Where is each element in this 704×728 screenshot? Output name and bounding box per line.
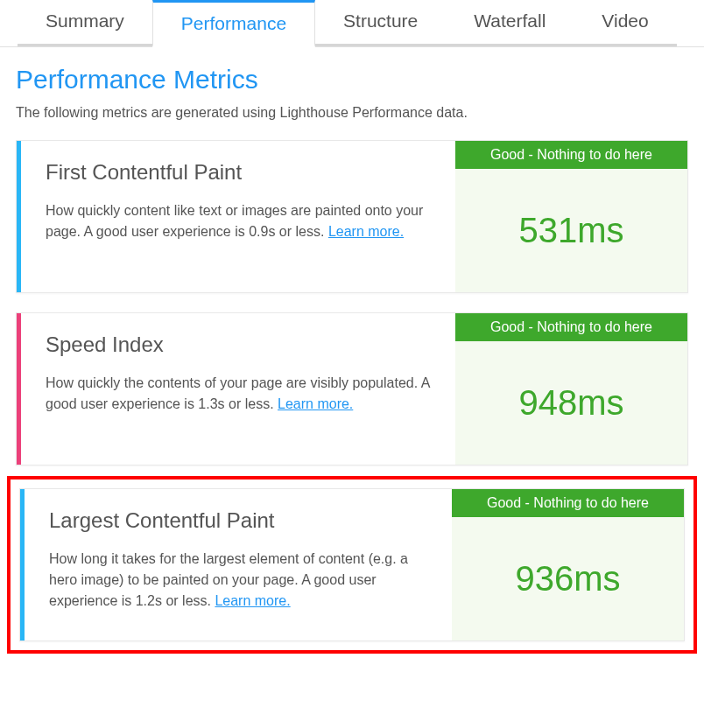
metric-title: Speed Index	[46, 332, 431, 357]
metric-card-lcp: Largest Contentful Paint How long it tak…	[19, 488, 685, 641]
tab-summary[interactable]: Summary	[18, 0, 152, 46]
metric-title: Largest Contentful Paint	[49, 508, 427, 533]
metric-card-speed-index: Speed Index How quickly the contents of …	[16, 312, 688, 466]
tab-bar: Summary Performance Structure Waterfall …	[0, 0, 704, 47]
metric-description: How quickly the contents of your page ar…	[46, 373, 431, 415]
metric-result: Good - Nothing to do here 948ms	[455, 313, 687, 465]
learn-more-link[interactable]: Learn more.	[278, 396, 353, 411]
metric-value: 936ms	[452, 517, 684, 640]
page-subtitle: The following metrics are generated usin…	[16, 105, 688, 121]
metric-result: Good - Nothing to do here 936ms	[452, 489, 684, 640]
highlight-annotation: Largest Contentful Paint How long it tak…	[7, 476, 697, 654]
metric-info: Largest Contentful Paint How long it tak…	[20, 489, 452, 640]
metric-result: Good - Nothing to do here 531ms	[455, 141, 687, 292]
status-badge: Good - Nothing to do here	[452, 489, 684, 517]
metric-info: Speed Index How quickly the contents of …	[17, 313, 455, 465]
metric-card-fcp: First Contentful Paint How quickly conte…	[16, 140, 688, 293]
page-title: Performance Metrics	[16, 65, 688, 94]
metric-info: First Contentful Paint How quickly conte…	[17, 141, 455, 292]
tab-performance[interactable]: Performance	[152, 0, 315, 47]
status-badge: Good - Nothing to do here	[455, 141, 687, 169]
status-badge: Good - Nothing to do here	[455, 313, 687, 341]
content-area: Performance Metrics The following metric…	[0, 47, 704, 682]
learn-more-link[interactable]: Learn more.	[328, 224, 404, 239]
metric-desc-text: How quickly the contents of your page ar…	[46, 375, 429, 411]
tab-structure[interactable]: Structure	[315, 0, 446, 46]
tab-video[interactable]: Video	[574, 0, 676, 46]
learn-more-link[interactable]: Learn more.	[215, 593, 290, 608]
metric-title: First Contentful Paint	[46, 160, 431, 185]
tab-waterfall[interactable]: Waterfall	[446, 0, 574, 46]
metric-value: 948ms	[455, 341, 687, 465]
metric-description: How long it takes for the largest elemen…	[49, 549, 427, 612]
metric-value: 531ms	[455, 169, 687, 292]
metric-description: How quickly content like text or images …	[46, 200, 431, 242]
